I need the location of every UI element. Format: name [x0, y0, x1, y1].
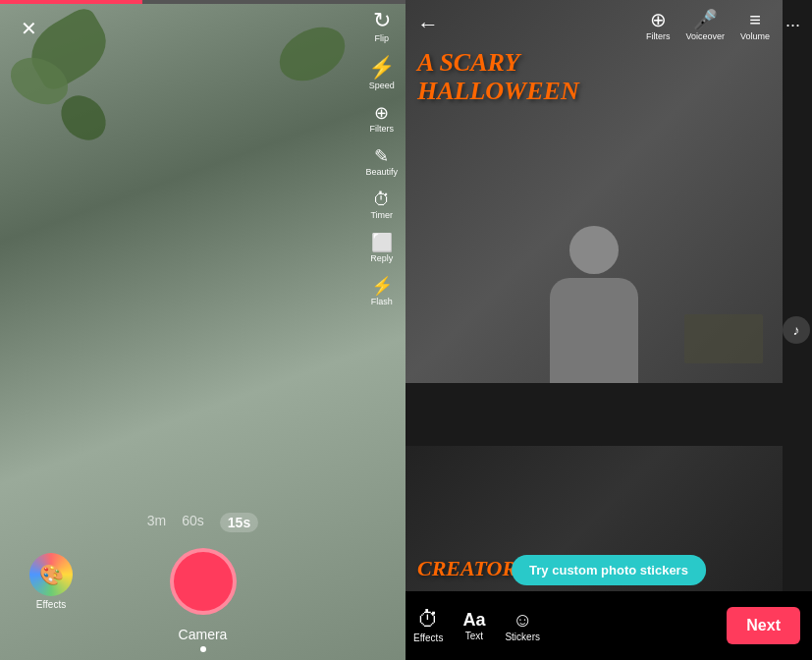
- filters-top-button[interactable]: ⊕ Filters: [646, 8, 671, 41]
- beautify-button[interactable]: ✎ Beautify: [365, 147, 398, 177]
- stickers-toolbar-icon: ☺: [513, 610, 532, 630]
- beautify-icon: ✎: [374, 147, 389, 165]
- toolbar-left-items: ⏱ Effects Aa Text ☺ Stickers: [413, 609, 540, 643]
- editor-topbar: ← ⊕ Filters 🎤 Voiceover ≡ Volume ···: [406, 8, 812, 41]
- reply-button[interactable]: ⬜ Reply: [370, 234, 393, 263]
- flash-button[interactable]: ⚡ Flash: [371, 277, 393, 306]
- reply-label: Reply: [370, 253, 393, 263]
- filters-top-label: Filters: [646, 31, 671, 41]
- person-head: [569, 226, 619, 274]
- editor-toolbar: ⏱ Effects Aa Text ☺ Stickers Next: [406, 591, 812, 660]
- flip-icon: ↻: [373, 10, 391, 31]
- editor-panel: ← ⊕ Filters 🎤 Voiceover ≡ Volume ···: [406, 0, 812, 660]
- duration-15s[interactable]: 15s: [220, 513, 258, 532]
- halloween-line2: HALLOWEEN: [417, 78, 579, 106]
- timer-label: Timer: [370, 210, 393, 220]
- next-button[interactable]: Next: [727, 607, 800, 644]
- stickers-toolbar-label: Stickers: [505, 632, 540, 642]
- timer-button[interactable]: ⏱ Timer: [370, 191, 393, 220]
- camera-mode-label: Camera: [179, 627, 228, 642]
- flash-icon: ⚡: [371, 277, 393, 295]
- duration-selector: 3m 60s 15s: [147, 513, 258, 532]
- camera-bottom-controls: 3m 60s 15s 🎨 Effects Camera: [0, 513, 406, 660]
- top-right-icons: ⊕ Filters 🎤 Voiceover ≡ Volume ···: [646, 8, 800, 41]
- text-toolbar-button[interactable]: Aa Text: [462, 611, 485, 641]
- voiceover-button[interactable]: 🎤 Voiceover: [685, 8, 725, 41]
- filters-icon: ⊕: [374, 104, 389, 122]
- person-body: [550, 278, 638, 383]
- recording-progress-bar: [0, 0, 406, 4]
- speed-button[interactable]: ⚡ Speed: [368, 57, 395, 90]
- camera-panel: ✕ ↻ Flip ⚡ Speed ⊕ Filters ✎ Beautify ⏱ …: [0, 0, 406, 660]
- reply-icon: ⬜: [371, 234, 393, 251]
- flash-label: Flash: [371, 297, 393, 306]
- record-row: 🎨 Effects: [0, 548, 406, 615]
- text-toolbar-icon: Aa: [462, 611, 485, 629]
- volume-icon: ≡: [749, 9, 761, 31]
- filters-button[interactable]: ⊕ Filters: [369, 104, 394, 134]
- mode-dot-indicator: [200, 646, 206, 652]
- beautify-label: Beautify: [365, 167, 398, 177]
- shelf-decoration: [684, 314, 763, 363]
- effects-button[interactable]: 🎨 Effects: [29, 553, 73, 610]
- record-button[interactable]: [170, 548, 237, 615]
- volume-button[interactable]: ≡ Volume: [740, 9, 770, 41]
- volume-label: Volume: [740, 31, 770, 41]
- effects-icon: 🎨: [29, 553, 73, 596]
- effects-toolbar-button[interactable]: ⏱ Effects: [413, 609, 443, 643]
- halloween-title-overlay[interactable]: A SCARY HALLOWEEN: [417, 49, 579, 105]
- filters-top-icon: ⊕: [650, 8, 667, 31]
- progress-fill: [0, 0, 142, 4]
- duration-3m[interactable]: 3m: [147, 513, 166, 532]
- timer-icon: ⏱: [373, 191, 391, 208]
- effects-toolbar-label: Effects: [413, 632, 443, 643]
- back-button[interactable]: ←: [417, 12, 439, 37]
- halloween-line1: A SCARY: [417, 49, 579, 78]
- effects-toolbar-icon: ⏱: [417, 609, 439, 631]
- flip-label: Flip: [374, 33, 389, 43]
- voiceover-icon: 🎤: [693, 8, 718, 31]
- video-preview-area: A SCARY HALLOWEEN CREATOR EDITION ♪ Try …: [406, 0, 812, 660]
- filters-label: Filters: [369, 124, 394, 134]
- music-note-button[interactable]: ♪: [783, 316, 810, 344]
- voiceover-label: Voiceover: [685, 31, 725, 41]
- speed-label: Speed: [369, 81, 395, 90]
- custom-sticker-banner[interactable]: Try custom photo stickers: [512, 555, 706, 585]
- effects-label: Effects: [36, 599, 66, 610]
- duration-60s[interactable]: 60s: [182, 513, 204, 532]
- close-button[interactable]: ✕: [14, 14, 43, 43]
- speed-icon: ⚡: [368, 57, 395, 79]
- stickers-toolbar-button[interactable]: ☺ Stickers: [505, 610, 540, 642]
- person-silhouette: [525, 226, 663, 383]
- camera-controls: ↻ Flip ⚡ Speed ⊕ Filters ✎ Beautify ⏱ Ti…: [365, 10, 398, 306]
- more-options-button[interactable]: ···: [785, 15, 800, 35]
- text-toolbar-label: Text: [465, 631, 483, 641]
- flip-button[interactable]: ↻ Flip: [373, 10, 391, 43]
